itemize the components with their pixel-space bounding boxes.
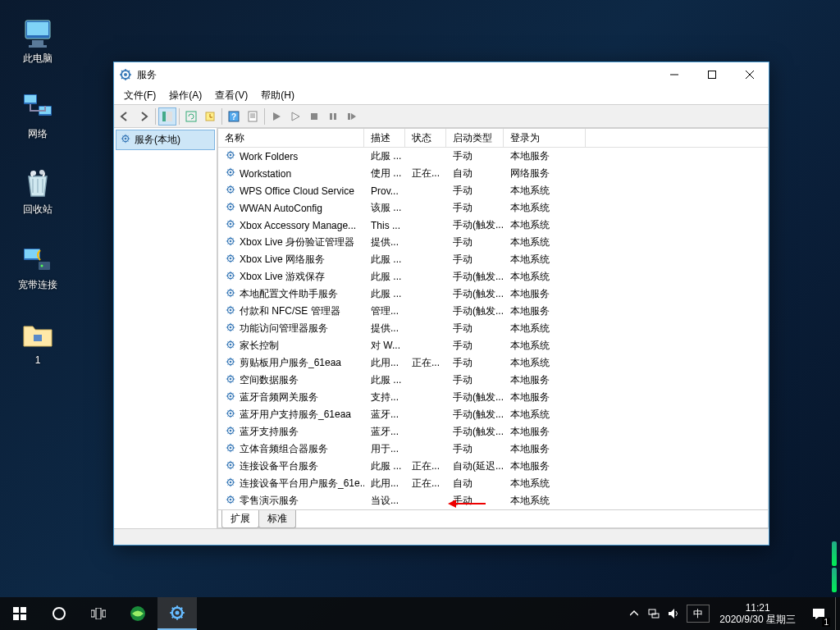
taskbar-clock[interactable]: 11:21 2020/9/30 星期三 xyxy=(713,602,802,625)
svg-point-9 xyxy=(39,170,44,175)
export-button[interactable] xyxy=(201,107,219,126)
tray-volume-icon[interactable] xyxy=(664,597,683,630)
service-start-type: 手动(触发... xyxy=(446,407,504,422)
desktop-icon-pc[interactable]: 此电脑 xyxy=(7,7,69,74)
col-start[interactable]: 启动类型 xyxy=(446,129,504,148)
back-button[interactable] xyxy=(116,107,134,126)
refresh-all-button[interactable] xyxy=(182,107,200,126)
gear-icon xyxy=(225,408,236,422)
svg-point-52 xyxy=(230,326,232,329)
service-name: Xbox Live 游戏保存 xyxy=(240,270,325,284)
service-logon: 本地系统 xyxy=(504,493,586,509)
service-row[interactable]: 蓝牙支持服务蓝牙...手动(触发...本地服务 xyxy=(218,423,768,441)
desktop-icon-broadband[interactable]: 宽带连接 xyxy=(7,233,69,300)
service-row[interactable]: Workstation使用 ...正在...自动网络服务 xyxy=(218,165,768,182)
service-row[interactable]: 立体音频组合器服务用于...手动本地服务 xyxy=(218,441,768,458)
taskbar-app-ie[interactable] xyxy=(118,597,158,630)
service-row[interactable]: WWAN AutoConfig该服 ...手动本地系统 xyxy=(218,199,768,217)
service-name: 蓝牙支持服务 xyxy=(240,425,299,439)
svg-point-32 xyxy=(230,154,232,157)
tray-network-icon[interactable] xyxy=(644,597,664,630)
taskbar-app-services[interactable] xyxy=(158,597,197,630)
properties-button[interactable] xyxy=(244,107,262,126)
gear-icon xyxy=(225,477,236,491)
stop-button[interactable] xyxy=(305,107,323,126)
help-button[interactable]: ? xyxy=(225,107,243,126)
menu-action[interactable]: 操作(A) xyxy=(162,87,208,104)
service-row[interactable]: 零售演示服务当设...手动本地系统 xyxy=(218,492,768,509)
titlebar[interactable]: 服务 xyxy=(114,62,769,87)
service-desc: This ... xyxy=(364,219,405,232)
svg-text:?: ? xyxy=(231,112,236,121)
pause-button[interactable] xyxy=(324,107,342,126)
service-row[interactable]: Xbox Live 网络服务此服 ...手动本地系统 xyxy=(218,251,768,268)
desktop-icon-folder-1[interactable]: 1 xyxy=(7,308,69,376)
service-row[interactable]: 家长控制对 W...手动本地系统 xyxy=(218,337,768,354)
service-row[interactable]: 空间数据服务此服 ...手动本地服务 xyxy=(218,372,768,389)
desktop-icon-network[interactable]: 网络 xyxy=(7,82,69,149)
pause-once-button[interactable] xyxy=(286,107,304,126)
service-name: 蓝牙音频网关服务 xyxy=(240,390,318,404)
forward-button[interactable] xyxy=(135,107,153,126)
service-row[interactable]: 功能访问管理器服务提供...手动本地系统 xyxy=(218,320,768,337)
menu-help[interactable]: 帮助(H) xyxy=(254,87,301,104)
start-button[interactable] xyxy=(267,107,285,126)
service-start-type: 手动 xyxy=(446,441,504,457)
service-start-type: 手动 xyxy=(446,372,504,388)
notifications-button[interactable]: 1 xyxy=(802,597,835,630)
col-state[interactable]: 状态 xyxy=(405,129,446,148)
show-desktop-button[interactable] xyxy=(835,597,840,630)
tree-root-services[interactable]: 服务(本地) xyxy=(116,130,215,150)
tab-extended[interactable]: 扩展 xyxy=(221,510,259,528)
list-rows[interactable]: Work Folders此服 ...手动本地服务Workstation使用 ..… xyxy=(218,148,768,509)
service-row[interactable]: 连接设备平台用户服务_61e...此用...正在...自动本地系统 xyxy=(218,475,768,492)
service-logon: 本地系统 xyxy=(504,338,586,354)
menu-file[interactable]: 文件(F) xyxy=(117,87,162,104)
service-row[interactable]: Work Folders此服 ...手动本地服务 xyxy=(218,148,768,165)
close-button[interactable] xyxy=(731,62,769,87)
service-row[interactable]: Xbox Live 身份验证管理器提供...手动本地系统 xyxy=(218,234,768,251)
svg-point-68 xyxy=(230,464,232,467)
svg-point-38 xyxy=(230,206,232,208)
svg-rect-74 xyxy=(13,607,19,613)
service-logon: 本地服务 xyxy=(504,148,586,164)
service-row[interactable]: 本地配置文件助手服务此服 ...手动(触发...本地服务 xyxy=(218,285,768,303)
col-name[interactable]: 名称 xyxy=(218,129,364,148)
service-row[interactable]: 连接设备平台服务此服 ...正在...自动(延迟...本地服务 xyxy=(218,458,768,475)
start-menu-button[interactable] xyxy=(0,597,39,630)
service-row[interactable]: 剪贴板用户服务_61eaa此用...正在...手动本地系统 xyxy=(218,354,768,372)
restart-button[interactable] xyxy=(343,107,361,126)
col-logon[interactable]: 登录为 xyxy=(504,129,586,148)
service-state xyxy=(405,225,446,226)
gear-icon xyxy=(225,235,236,249)
service-row[interactable]: WPS Office Cloud ServiceProv...手动本地系统 xyxy=(218,182,768,199)
svg-rect-81 xyxy=(103,610,106,617)
service-row[interactable]: 蓝牙用户支持服务_61eaa蓝牙...手动(触发...本地系统 xyxy=(218,406,768,423)
service-row[interactable]: Xbox Accessory Manage...This ...手动(触发...… xyxy=(218,217,768,234)
service-logon: 本地系统 xyxy=(504,407,586,422)
svg-rect-19 xyxy=(167,112,172,121)
desktop-icon-recycle-bin[interactable]: 回收站 xyxy=(7,158,69,225)
service-row[interactable]: Xbox Live 游戏保存此服 ...手动(触发...本地系统 xyxy=(218,268,768,285)
minimize-button[interactable] xyxy=(655,62,693,87)
service-name: 连接设备平台服务 xyxy=(240,459,318,473)
svg-point-64 xyxy=(230,430,232,432)
service-logon: 网络服务 xyxy=(504,166,586,181)
service-logon: 本地系统 xyxy=(504,321,586,336)
tab-standard[interactable]: 标准 xyxy=(258,510,296,528)
col-desc[interactable]: 描述 xyxy=(364,129,405,148)
tray-overflow-button[interactable] xyxy=(624,597,644,630)
window-title: 服务 xyxy=(137,68,655,82)
ime-button[interactable]: 中 xyxy=(687,605,710,623)
show-tree-button[interactable] xyxy=(158,107,176,126)
network-icon xyxy=(21,91,55,126)
service-row[interactable]: 蓝牙音频网关服务支持...手动(触发...本地服务 xyxy=(218,389,768,406)
service-desc: 用于... xyxy=(364,441,405,457)
service-row[interactable]: 付款和 NFC/SE 管理器管理...手动(触发...本地服务 xyxy=(218,303,768,320)
label: 回收站 xyxy=(23,203,52,217)
maximize-button[interactable] xyxy=(693,62,731,87)
task-view-button[interactable] xyxy=(79,597,118,630)
menu-view[interactable]: 查看(V) xyxy=(208,87,254,104)
svg-point-56 xyxy=(230,361,232,363)
cortana-button[interactable] xyxy=(39,597,79,630)
